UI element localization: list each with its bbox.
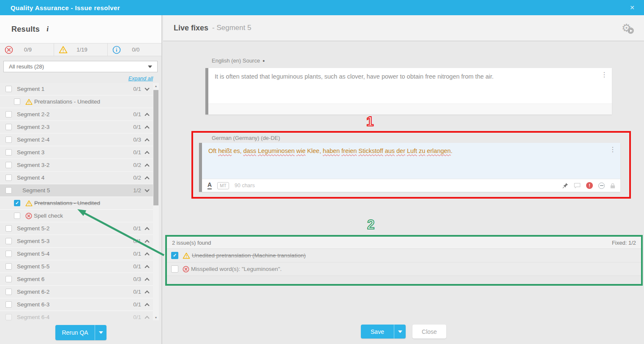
info-icon [112, 46, 121, 54]
row-checkbox[interactable] [5, 124, 12, 130]
issue-row-spell-check[interactable]: Spell check [0, 210, 153, 222]
segment-row-6[interactable]: Segment 6 0/3 [0, 273, 153, 286]
chevron-up-icon[interactable] [145, 227, 149, 232]
row-checkbox[interactable] [5, 111, 12, 117]
target-word: Oft [208, 147, 216, 154]
segment-row-2-4[interactable]: Segment 2-4 0/3 [0, 134, 153, 146]
segment-row-2-3[interactable]: Segment 2-3 0/1 [0, 121, 153, 134]
results-title: Results [11, 25, 40, 34]
kebab-menu-icon[interactable]: ⋮ [609, 146, 616, 153]
info-counter[interactable]: 0/0 [108, 44, 161, 56]
row-checkbox-checked[interactable]: ✓ [14, 200, 20, 206]
expand-all-link[interactable]: Expand all [128, 76, 153, 82]
chevron-down-icon[interactable] [145, 86, 149, 90]
scroll-down-icon[interactable]: ▼ [153, 314, 159, 320]
row-checkbox[interactable] [5, 301, 12, 308]
issues-header: 2 issue(s) found Fixed: 1/2 [167, 237, 641, 249]
issue-row-misspelled-word[interactable]: Misspelled word(s): "Leguminosen". [167, 262, 641, 276]
error-count: 0/9 [24, 46, 43, 53]
segment-row-5-5[interactable]: Segment 5-5 0/1 [0, 260, 153, 273]
font-format-button[interactable]: A [207, 182, 212, 189]
segment-count: 0/1 [133, 149, 141, 156]
chevron-up-icon[interactable] [145, 290, 149, 295]
target-segment-text[interactable]: Oftheißtes,dassLeguminosenwieKlee,habenf… [202, 143, 620, 179]
chevron-down-icon[interactable] [145, 187, 149, 192]
row-checkbox[interactable] [5, 137, 12, 143]
chevron-up-icon[interactable] [145, 278, 149, 282]
issue-row-pretranslations-checked[interactable]: ✓ Pretranslations - Unedited [0, 197, 153, 210]
row-checkbox[interactable] [5, 187, 12, 194]
chevron-up-icon[interactable] [145, 126, 149, 130]
results-filter-dropdown[interactable]: All results (28) [3, 61, 158, 72]
chevron-up-icon[interactable] [145, 303, 149, 308]
target-language-label: German (Germany) (de-DE) [212, 135, 280, 141]
kebab-menu-icon[interactable]: ⋮ [601, 71, 608, 78]
issue-checkbox-checked[interactable]: ✓ [171, 252, 178, 259]
target-toolbar: A MT 90 chars ! [202, 179, 620, 192]
row-checkbox[interactable] [5, 276, 12, 282]
warning-counter[interactable]: 1/19 [54, 44, 108, 56]
rerun-qa-dropdown[interactable] [95, 325, 106, 340]
segment-row-5-3[interactable]: Segment 5-3 0/1 [0, 235, 153, 248]
close-icon[interactable]: ✕ [630, 0, 635, 15]
row-checkbox[interactable] [14, 98, 20, 105]
pin-icon[interactable] [562, 183, 568, 189]
chevron-up-icon[interactable] [145, 113, 149, 117]
save-dropdown[interactable] [394, 325, 406, 339]
save-label[interactable]: Save [361, 325, 394, 339]
segment-row-6-2[interactable]: Segment 6-2 0/1 [0, 286, 153, 298]
chevron-up-icon[interactable] [145, 151, 149, 156]
segment-row-1[interactable]: Segment 1 0/1 [0, 83, 153, 96]
segment-label: Segment 3 [17, 149, 133, 156]
row-checkbox[interactable] [5, 86, 12, 92]
chevron-up-icon[interactable] [145, 265, 149, 270]
row-checkbox[interactable] [5, 238, 12, 244]
info-count: 0/0 [132, 46, 150, 53]
row-checkbox[interactable] [5, 149, 12, 156]
live-fixes-panel: Live fixes - Segment 5 ⚙ English (en) So… [163, 15, 644, 344]
row-checkbox[interactable] [5, 251, 12, 257]
chevron-up-icon[interactable] [145, 138, 149, 143]
row-checkbox[interactable] [5, 314, 12, 320]
segment-row-6-3[interactable]: Segment 6-3 0/1 [0, 298, 153, 311]
segment-row-6-4[interactable]: Segment 6-4 0/1 [0, 311, 153, 320]
close-button[interactable]: Close [412, 325, 446, 339]
chevron-up-icon[interactable] [145, 316, 149, 320]
row-checkbox[interactable] [5, 162, 12, 168]
scrollbar-thumb[interactable] [153, 90, 158, 205]
segment-row-5-2[interactable]: Segment 5-2 0/1 [0, 222, 153, 235]
target-word-misspelled: haben [323, 147, 340, 154]
rerun-qa-label[interactable]: Rerun QA [55, 325, 95, 340]
segment-row-5-4[interactable]: Segment 5-4 0/1 [0, 248, 153, 260]
segment-row-3-2[interactable]: Segment 3-2 0/2 [0, 159, 153, 172]
segment-list-scrollbar[interactable]: ▲ ▼ [153, 83, 159, 320]
chevron-up-icon[interactable] [145, 252, 149, 257]
row-checkbox[interactable] [5, 289, 12, 295]
target-segment-box[interactable]: Oftheißtes,dassLeguminosenwieKlee,habenf… [199, 143, 620, 192]
row-checkbox[interactable] [5, 175, 12, 181]
issue-row-pretranslations[interactable]: Pretranslations - Unedited [0, 96, 153, 108]
error-counter[interactable]: 0/9 [0, 44, 54, 56]
comment-icon[interactable] [574, 183, 581, 189]
chevron-up-icon[interactable] [145, 164, 149, 168]
save-button[interactable]: Save [361, 325, 406, 339]
segment-row-3[interactable]: Segment 3 0/1 [0, 146, 153, 159]
scroll-up-icon[interactable]: ▲ [153, 83, 159, 89]
qa-settings-icon[interactable]: ⚙ [622, 22, 631, 33]
row-checkbox[interactable] [14, 213, 20, 219]
issue-row-unedited-pretranslation[interactable]: ✓ Unedited pretranslation (Machine trans… [167, 249, 641, 262]
segment-row-4[interactable]: Segment 4 0/2 [0, 172, 153, 184]
issue-checkbox[interactable] [171, 265, 178, 273]
row-checkbox[interactable] [5, 225, 12, 232]
segment-row-5-selected[interactable]: Segment 5 1/2 [0, 184, 153, 197]
segment-count: 1/2 [133, 187, 141, 194]
chevron-up-icon[interactable] [145, 240, 149, 244]
row-checkbox[interactable] [5, 263, 12, 270]
chevron-up-icon[interactable] [145, 176, 149, 181]
segment-count: 0/2 [133, 162, 141, 168]
segment-row-2-2[interactable]: Segment 2-2 0/1 [0, 108, 153, 121]
error-badge-icon[interactable]: ! [586, 182, 593, 189]
exclude-icon[interactable] [598, 183, 605, 189]
info-icon[interactable]: i [46, 25, 49, 33]
rerun-qa-button[interactable]: Rerun QA [55, 325, 106, 340]
